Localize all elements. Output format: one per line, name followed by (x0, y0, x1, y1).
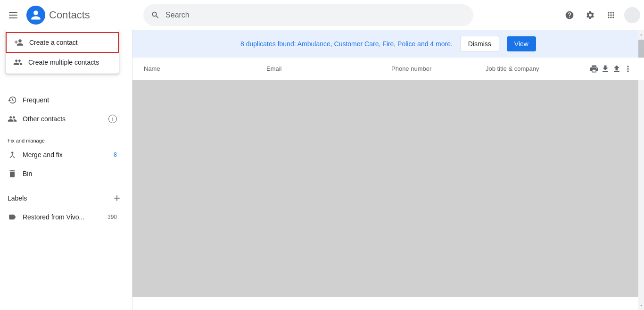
add-label-button[interactable] (109, 191, 124, 206)
label-icon (8, 212, 17, 222)
main-layout: Create a contact Create multiple contact… (0, 30, 644, 310)
sidebar: Create a contact Create multiple contact… (0, 30, 132, 310)
scroll-down-arrow[interactable] (638, 301, 644, 310)
labels-header: Labels (0, 189, 132, 208)
app-avatar-icon (26, 6, 45, 25)
create-multiple-contacts-item[interactable]: Create multiple contacts (6, 53, 119, 72)
sidebar-item-merge-fix[interactable]: Merge and fix 8 (0, 145, 124, 164)
duplicates-banner: 8 duplicates found: Ambulance, Customer … (132, 30, 644, 58)
merge-fix-badge: 8 (114, 151, 117, 158)
restored-label: Restored from Vivo... (23, 213, 84, 221)
other-contacts-label: Other contacts (23, 115, 66, 123)
app-logo: Contacts (26, 6, 90, 25)
more-vert-icon[interactable] (623, 64, 633, 74)
settings-button[interactable] (581, 6, 600, 25)
bin-icon (8, 169, 17, 178)
search-bar (143, 4, 473, 26)
create-multiple-label: Create multiple contacts (28, 59, 99, 66)
dismiss-button[interactable]: Dismiss (460, 36, 499, 52)
hamburger-menu-button[interactable] (4, 6, 23, 25)
contacts-table-body (132, 80, 644, 297)
col-email-header: Email (266, 65, 391, 72)
col-actions (589, 64, 633, 74)
search-input[interactable] (165, 11, 466, 19)
add-icon (112, 193, 122, 203)
apps-button[interactable] (602, 6, 620, 25)
help-button[interactable] (560, 6, 579, 25)
app-header: Contacts (0, 0, 644, 30)
main-content: 8 duplicates found: Ambulance, Customer … (132, 30, 644, 310)
fix-manage-section-label: Fix and manage (0, 134, 132, 145)
merge-fix-label: Merge and fix (23, 151, 63, 159)
labels-section-title: Labels (8, 194, 109, 202)
hamburger-icon (9, 12, 17, 18)
col-phone-header: Phone number (391, 65, 486, 72)
upload-icon[interactable] (612, 64, 621, 74)
create-contact-label: Create a contact (29, 39, 78, 46)
col-name-header: Name (144, 65, 266, 72)
people-icon (8, 114, 17, 124)
create-contact-item[interactable]: Create a contact (6, 32, 119, 53)
sidebar-item-bin[interactable]: Bin (0, 164, 124, 183)
print-icon[interactable] (589, 64, 599, 74)
apps-icon (606, 10, 616, 20)
merge-icon (8, 150, 17, 159)
user-avatar[interactable] (624, 7, 640, 23)
banner-message: 8 duplicates found: Ambulance, Customer … (240, 40, 453, 48)
create-contact-dropdown: Create a contact Create multiple contact… (6, 30, 119, 74)
sidebar-item-other-contacts[interactable]: Other contacts i (0, 109, 124, 128)
label-item-restored[interactable]: Restored from Vivo... 390 (0, 208, 124, 226)
banner-text: 8 duplicates found: Ambulance, Customer … (240, 40, 453, 48)
frequent-label: Frequent (23, 96, 49, 104)
search-icon (151, 10, 160, 20)
app-title: Contacts (49, 9, 90, 21)
help-icon (565, 10, 574, 20)
bin-label: Bin (23, 170, 32, 177)
info-icon[interactable]: i (108, 115, 117, 123)
col-job-header: Job title & company (486, 65, 589, 72)
header-left: Contacts (4, 6, 136, 25)
download-icon[interactable] (601, 64, 610, 74)
person-add-icon (14, 38, 24, 47)
search-bar-inner (143, 4, 473, 26)
view-button[interactable]: View (507, 36, 536, 51)
gear-icon (586, 10, 595, 20)
scroll-up-arrow[interactable] (638, 30, 644, 40)
sidebar-item-frequent[interactable]: Frequent (0, 91, 124, 109)
history-icon (8, 95, 17, 105)
header-right (560, 6, 640, 25)
group-add-icon (13, 58, 23, 67)
restored-count: 390 (107, 214, 117, 220)
table-header: Name Email Phone number Job title & comp… (132, 58, 644, 80)
